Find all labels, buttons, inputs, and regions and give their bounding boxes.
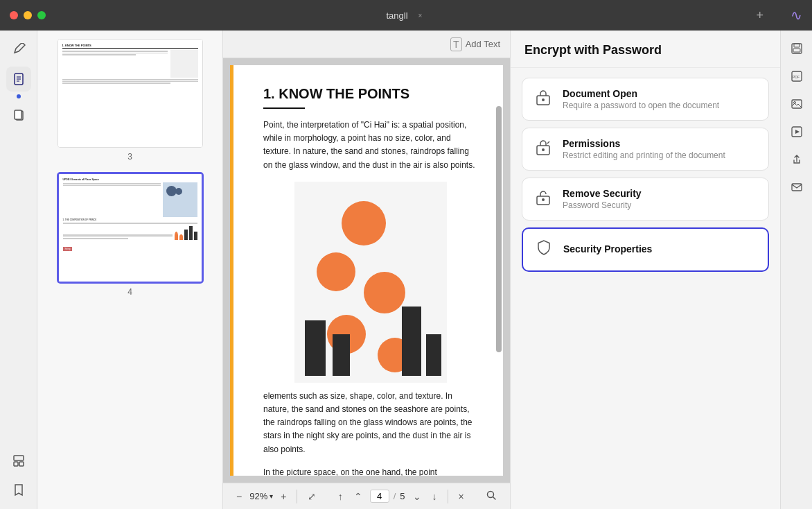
- svg-rect-7: [19, 462, 24, 466]
- doc-toolbar: T Add Text: [223, 31, 510, 58]
- close-button[interactable]: [10, 11, 18, 19]
- remove-security-desc: Password Security: [563, 200, 757, 210]
- divider-2: [448, 490, 448, 503]
- svg-point-24: [542, 148, 545, 151]
- sidebar-edit-button[interactable]: [6, 37, 31, 62]
- page-body-1: Point, the interpretation of "Ci Hai" is…: [263, 119, 478, 172]
- thumbnail-group-4: UPDB Elements of Plane Space 1. TH: [58, 173, 203, 297]
- page-body-2: elements such as size, shape, color, and…: [263, 390, 478, 456]
- document-open-icon: [533, 88, 553, 110]
- svg-rect-15: [305, 320, 326, 376]
- close-bar-button[interactable]: ×: [455, 490, 468, 503]
- page-heading: 1. KNOW THE POINTS: [263, 86, 478, 102]
- encrypt-panel: Encrypt with Password Document Open Requ…: [510, 31, 780, 509]
- sidebar-grid-button[interactable]: [6, 448, 31, 473]
- thumbnail-4-image: UPDB Elements of Plane Space 1. TH: [59, 174, 202, 282]
- prev-page-button[interactable]: ⌃: [351, 490, 366, 503]
- svg-rect-37: [792, 184, 802, 191]
- svg-rect-8: [14, 456, 24, 460]
- maximize-button[interactable]: [37, 11, 46, 19]
- play-button[interactable]: [786, 121, 808, 143]
- encrypt-header: Encrypt with Password: [511, 31, 780, 68]
- document-open-text: Document Open Require a password to open…: [563, 88, 757, 110]
- titlebar: tangll × + ∿: [0, 0, 812, 31]
- thumbnail-3-image: 1. KNOW THE POINTS: [58, 40, 202, 147]
- total-pages: 5: [400, 491, 405, 501]
- app-logo: ∿: [791, 7, 802, 24]
- page-content: 1. KNOW THE POINTS Point, the interpreta…: [223, 58, 510, 483]
- zoom-out-button[interactable]: −: [233, 490, 245, 503]
- scroll-indicator: [496, 106, 502, 352]
- option-security-properties[interactable]: Security Properties: [522, 227, 769, 272]
- add-text-icon: T: [450, 37, 462, 51]
- minimize-button[interactable]: [24, 11, 32, 19]
- thumbnail-page-3[interactable]: 1. KNOW THE POINTS: [58, 39, 203, 148]
- zoom-chevron: ▾: [270, 492, 273, 500]
- save-file-button[interactable]: [786, 37, 808, 60]
- tab-close-button[interactable]: ×: [415, 10, 426, 21]
- svg-point-10: [342, 201, 386, 245]
- remove-security-title: Remove Security: [563, 188, 757, 199]
- svg-rect-5: [15, 110, 21, 119]
- svg-rect-30: [793, 49, 800, 52]
- zoom-value: 92%: [249, 491, 267, 501]
- security-properties-title: Security Properties: [563, 243, 757, 254]
- sidebar-copy-button[interactable]: [6, 103, 31, 128]
- option-remove-security[interactable]: Remove Security Password Security: [522, 178, 769, 221]
- mail-button[interactable]: [786, 176, 808, 198]
- fit-button[interactable]: ⤢: [304, 490, 319, 503]
- heading-line: [263, 107, 305, 109]
- zoom-display: 92% ▾: [249, 491, 273, 501]
- next-page-button[interactable]: ⌄: [409, 490, 425, 503]
- doc-area: T Add Text 1. KNOW THE POINTS Point, the…: [223, 31, 510, 509]
- svg-rect-6: [14, 462, 18, 466]
- tab-title: tangll: [386, 10, 407, 21]
- svg-text:PDF: PDF: [793, 75, 800, 79]
- page-separator: /: [394, 491, 396, 501]
- svg-line-25: [547, 141, 549, 144]
- svg-rect-16: [333, 334, 350, 376]
- zoom-in-button[interactable]: +: [277, 490, 290, 503]
- current-page-input[interactable]: 4: [370, 490, 389, 503]
- svg-marker-36: [795, 130, 800, 134]
- option-document-open[interactable]: Document Open Require a password to open…: [522, 78, 769, 121]
- thumbnail-group-3: 1. KNOW THE POINTS: [58, 39, 203, 162]
- security-properties-text: Security Properties: [563, 243, 757, 256]
- pdf-export-button[interactable]: PDF: [786, 65, 808, 87]
- share-button[interactable]: [786, 148, 808, 171]
- search-control: [482, 488, 500, 504]
- svg-rect-18: [426, 334, 441, 376]
- svg-point-11: [317, 252, 355, 291]
- permissions-desc: Restrict editing and printing of the doc…: [563, 150, 757, 160]
- document-open-title: Document Open: [563, 88, 757, 99]
- svg-point-12: [364, 272, 405, 313]
- page-navigation: ↑ ⌃ 4 / 5 ⌄ ↓ ×: [335, 490, 468, 503]
- image-export-button[interactable]: [786, 93, 808, 115]
- scroll-down-button[interactable]: ↓: [429, 490, 441, 503]
- title-tab: tangll ×: [386, 10, 425, 21]
- remove-security-text: Remove Security Password Security: [563, 188, 757, 210]
- zoom-controls: − 92% ▾ + ⤢: [233, 490, 319, 503]
- add-text-label: Add Text: [466, 39, 500, 49]
- page-num-4: 4: [127, 287, 132, 297]
- remove-security-icon: [533, 188, 553, 210]
- page-bar: − 92% ▾ + ⤢ ↑ ⌃ 4 / 5 ⌄ ↓ ×: [223, 483, 510, 509]
- add-text-button[interactable]: T Add Text: [450, 37, 500, 51]
- new-tab-button[interactable]: +: [756, 8, 764, 23]
- security-properties-icon: [534, 239, 554, 261]
- active-dot: [17, 94, 21, 98]
- permissions-icon: [533, 138, 553, 160]
- svg-rect-33: [792, 100, 802, 108]
- option-permissions[interactable]: Permissions Restrict editing and printin…: [522, 128, 769, 171]
- svg-rect-17: [402, 307, 421, 376]
- thumbnail-page-4[interactable]: UPDB Elements of Plane Space 1. TH: [58, 173, 203, 283]
- sidebar-document-button[interactable]: [6, 67, 31, 92]
- sidebar-bookmark-button[interactable]: [6, 477, 31, 502]
- page-illustration: [294, 182, 447, 383]
- encrypt-options: Document Open Require a password to open…: [511, 68, 780, 509]
- scroll-up-button[interactable]: ↑: [335, 490, 346, 503]
- svg-line-20: [493, 497, 495, 500]
- right-toolbar: PDF: [780, 31, 812, 509]
- page-num-3: 3: [127, 152, 132, 162]
- search-button[interactable]: [482, 488, 500, 504]
